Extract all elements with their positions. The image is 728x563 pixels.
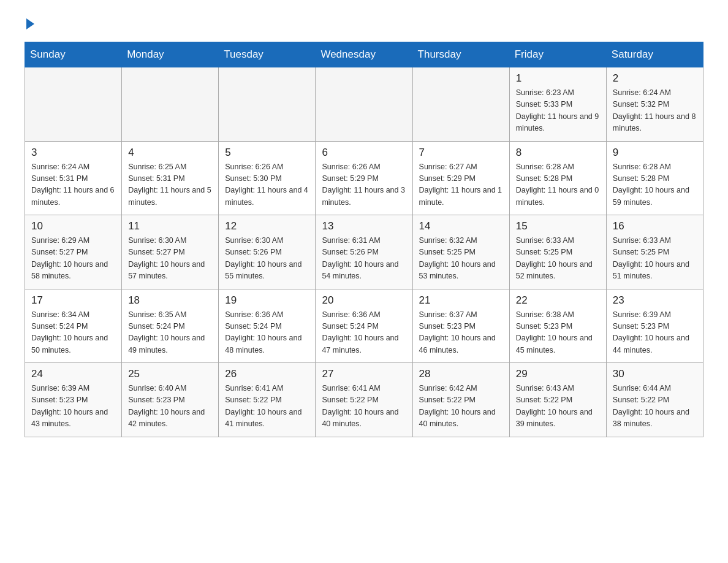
day-number: 29 <box>516 368 600 380</box>
logo <box>25 18 34 29</box>
day-number: 3 <box>31 147 115 159</box>
calendar-cell: 1Sunrise: 6:23 AMSunset: 5:33 PMDaylight… <box>509 67 606 142</box>
calendar-cell: 13Sunrise: 6:31 AMSunset: 5:26 PMDayligh… <box>316 215 412 289</box>
day-info: Sunrise: 6:36 AMSunset: 5:24 PMDaylight:… <box>322 309 406 357</box>
day-info: Sunrise: 6:23 AMSunset: 5:33 PMDaylight:… <box>516 87 600 135</box>
day-number: 11 <box>128 220 212 232</box>
calendar-cell: 10Sunrise: 6:29 AMSunset: 5:27 PMDayligh… <box>25 215 122 289</box>
calendar-cell: 28Sunrise: 6:42 AMSunset: 5:22 PMDayligh… <box>412 363 509 437</box>
calendar-cell <box>122 67 219 142</box>
day-number: 26 <box>225 368 309 380</box>
calendar-cell: 4Sunrise: 6:25 AMSunset: 5:31 PMDaylight… <box>122 141 219 215</box>
calendar-cell: 8Sunrise: 6:28 AMSunset: 5:28 PMDaylight… <box>509 141 606 215</box>
day-number: 14 <box>419 220 503 232</box>
day-info: Sunrise: 6:31 AMSunset: 5:26 PMDaylight:… <box>322 235 406 283</box>
header-day-friday: Friday <box>509 42 606 67</box>
day-number: 25 <box>128 368 212 380</box>
day-number: 12 <box>225 220 309 232</box>
day-info: Sunrise: 6:33 AMSunset: 5:25 PMDaylight:… <box>516 235 600 283</box>
calendar-cell <box>25 67 122 142</box>
day-info: Sunrise: 6:28 AMSunset: 5:28 PMDaylight:… <box>613 161 697 209</box>
calendar-table: SundayMondayTuesdayWednesdayThursdayFrid… <box>25 42 703 437</box>
day-number: 4 <box>128 147 212 159</box>
calendar-cell: 29Sunrise: 6:43 AMSunset: 5:22 PMDayligh… <box>509 363 606 437</box>
day-number: 7 <box>419 147 503 159</box>
calendar-cell: 30Sunrise: 6:44 AMSunset: 5:22 PMDayligh… <box>606 363 703 437</box>
header-day-tuesday: Tuesday <box>219 42 316 67</box>
header-day-saturday: Saturday <box>606 42 703 67</box>
day-number: 21 <box>419 294 503 307</box>
calendar-cell: 15Sunrise: 6:33 AMSunset: 5:25 PMDayligh… <box>509 215 606 289</box>
page-header <box>25 18 703 29</box>
day-info: Sunrise: 6:33 AMSunset: 5:25 PMDaylight:… <box>613 235 697 283</box>
calendar-cell <box>316 67 412 142</box>
calendar-cell: 21Sunrise: 6:37 AMSunset: 5:23 PMDayligh… <box>412 289 509 363</box>
calendar-cell: 7Sunrise: 6:27 AMSunset: 5:29 PMDaylight… <box>412 141 509 215</box>
header-day-wednesday: Wednesday <box>316 42 412 67</box>
day-number: 28 <box>419 368 503 380</box>
day-number: 1 <box>516 72 600 85</box>
day-info: Sunrise: 6:37 AMSunset: 5:23 PMDaylight:… <box>419 309 503 357</box>
header-day-monday: Monday <box>122 42 219 67</box>
day-info: Sunrise: 6:34 AMSunset: 5:24 PMDaylight:… <box>31 309 115 357</box>
day-number: 2 <box>613 72 697 85</box>
day-info: Sunrise: 6:41 AMSunset: 5:22 PMDaylight:… <box>225 383 309 431</box>
day-info: Sunrise: 6:28 AMSunset: 5:28 PMDaylight:… <box>516 161 600 209</box>
day-info: Sunrise: 6:35 AMSunset: 5:24 PMDaylight:… <box>128 309 212 357</box>
calendar-week-row: 24Sunrise: 6:39 AMSunset: 5:23 PMDayligh… <box>25 363 703 437</box>
calendar-cell <box>219 67 316 142</box>
calendar-cell: 20Sunrise: 6:36 AMSunset: 5:24 PMDayligh… <box>316 289 412 363</box>
calendar-cell: 16Sunrise: 6:33 AMSunset: 5:25 PMDayligh… <box>606 215 703 289</box>
day-number: 8 <box>516 147 600 159</box>
day-number: 10 <box>31 220 115 232</box>
calendar-cell: 12Sunrise: 6:30 AMSunset: 5:26 PMDayligh… <box>219 215 316 289</box>
calendar-cell: 19Sunrise: 6:36 AMSunset: 5:24 PMDayligh… <box>219 289 316 363</box>
calendar-cell: 24Sunrise: 6:39 AMSunset: 5:23 PMDayligh… <box>25 363 122 437</box>
day-number: 16 <box>613 220 697 232</box>
logo-arrow-icon <box>26 18 34 29</box>
calendar-cell: 26Sunrise: 6:41 AMSunset: 5:22 PMDayligh… <box>219 363 316 437</box>
day-info: Sunrise: 6:40 AMSunset: 5:23 PMDaylight:… <box>128 383 212 431</box>
day-info: Sunrise: 6:26 AMSunset: 5:30 PMDaylight:… <box>225 161 309 209</box>
day-number: 18 <box>128 294 212 307</box>
calendar-cell: 2Sunrise: 6:24 AMSunset: 5:32 PMDaylight… <box>606 67 703 142</box>
calendar-cell: 23Sunrise: 6:39 AMSunset: 5:23 PMDayligh… <box>606 289 703 363</box>
calendar-cell: 5Sunrise: 6:26 AMSunset: 5:30 PMDaylight… <box>219 141 316 215</box>
calendar-week-row: 1Sunrise: 6:23 AMSunset: 5:33 PMDaylight… <box>25 67 703 142</box>
day-info: Sunrise: 6:38 AMSunset: 5:23 PMDaylight:… <box>516 309 600 357</box>
day-info: Sunrise: 6:24 AMSunset: 5:31 PMDaylight:… <box>31 161 115 209</box>
calendar-header-row: SundayMondayTuesdayWednesdayThursdayFrid… <box>25 42 703 67</box>
day-number: 24 <box>31 368 115 380</box>
day-number: 27 <box>322 368 406 380</box>
day-info: Sunrise: 6:36 AMSunset: 5:24 PMDaylight:… <box>225 309 309 357</box>
header-day-sunday: Sunday <box>25 42 122 67</box>
day-info: Sunrise: 6:42 AMSunset: 5:22 PMDaylight:… <box>419 383 503 431</box>
day-info: Sunrise: 6:44 AMSunset: 5:22 PMDaylight:… <box>613 383 697 431</box>
day-info: Sunrise: 6:27 AMSunset: 5:29 PMDaylight:… <box>419 161 503 209</box>
day-number: 23 <box>613 294 697 307</box>
calendar-cell: 22Sunrise: 6:38 AMSunset: 5:23 PMDayligh… <box>509 289 606 363</box>
day-info: Sunrise: 6:41 AMSunset: 5:22 PMDaylight:… <box>322 383 406 431</box>
day-number: 13 <box>322 220 406 232</box>
day-info: Sunrise: 6:39 AMSunset: 5:23 PMDaylight:… <box>31 383 115 431</box>
day-info: Sunrise: 6:24 AMSunset: 5:32 PMDaylight:… <box>613 87 697 135</box>
day-number: 5 <box>225 147 309 159</box>
calendar-cell: 14Sunrise: 6:32 AMSunset: 5:25 PMDayligh… <box>412 215 509 289</box>
calendar-cell: 11Sunrise: 6:30 AMSunset: 5:27 PMDayligh… <box>122 215 219 289</box>
calendar-cell: 25Sunrise: 6:40 AMSunset: 5:23 PMDayligh… <box>122 363 219 437</box>
day-info: Sunrise: 6:30 AMSunset: 5:27 PMDaylight:… <box>128 235 212 283</box>
calendar-cell: 27Sunrise: 6:41 AMSunset: 5:22 PMDayligh… <box>316 363 412 437</box>
header-day-thursday: Thursday <box>412 42 509 67</box>
calendar-cell: 3Sunrise: 6:24 AMSunset: 5:31 PMDaylight… <box>25 141 122 215</box>
calendar-cell: 6Sunrise: 6:26 AMSunset: 5:29 PMDaylight… <box>316 141 412 215</box>
calendar-cell: 9Sunrise: 6:28 AMSunset: 5:28 PMDaylight… <box>606 141 703 215</box>
day-number: 6 <box>322 147 406 159</box>
day-info: Sunrise: 6:39 AMSunset: 5:23 PMDaylight:… <box>613 309 697 357</box>
day-number: 15 <box>516 220 600 232</box>
calendar-cell <box>412 67 509 142</box>
calendar-cell: 17Sunrise: 6:34 AMSunset: 5:24 PMDayligh… <box>25 289 122 363</box>
calendar-week-row: 17Sunrise: 6:34 AMSunset: 5:24 PMDayligh… <box>25 289 703 363</box>
calendar-week-row: 10Sunrise: 6:29 AMSunset: 5:27 PMDayligh… <box>25 215 703 289</box>
day-info: Sunrise: 6:29 AMSunset: 5:27 PMDaylight:… <box>31 235 115 283</box>
day-number: 30 <box>613 368 697 380</box>
